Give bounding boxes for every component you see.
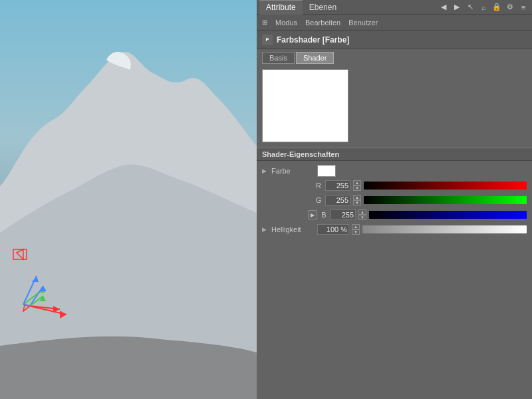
- r-slider[interactable]: [364, 182, 527, 190]
- helligkeit-spinner[interactable]: ▲ ▼: [352, 224, 360, 235]
- color-preview: [262, 69, 348, 142]
- section-header: Shader-Eigenschaften: [257, 148, 532, 161]
- g-up[interactable]: ▲: [353, 195, 361, 200]
- modus-label[interactable]: Modus: [273, 19, 300, 27]
- tab-basis[interactable]: Basis: [262, 52, 295, 64]
- g-down[interactable]: ▼: [353, 200, 361, 205]
- search-icon[interactable]: ⌕: [477, 1, 489, 13]
- helligkeit-triangle[interactable]: ▶: [262, 226, 269, 233]
- panel-icon-small: ⊞: [259, 17, 270, 28]
- b-slider[interactable]: [369, 211, 527, 219]
- h-down[interactable]: ▼: [352, 229, 360, 235]
- g-slider[interactable]: [364, 196, 527, 204]
- benutzer-label[interactable]: Benutzer: [346, 19, 380, 27]
- b-up[interactable]: ▲: [358, 209, 366, 215]
- lock-icon[interactable]: 🔒: [491, 1, 503, 13]
- arrow-left-icon[interactable]: ◀: [438, 1, 450, 13]
- r-down[interactable]: ▼: [353, 186, 361, 191]
- r-spinner[interactable]: ▲ ▼: [353, 180, 361, 191]
- b-spinner[interactable]: ▲ ▼: [358, 209, 366, 220]
- tab-shader[interactable]: Shader: [296, 52, 334, 64]
- preview-area: [257, 64, 532, 148]
- r-label: R: [315, 182, 323, 190]
- farbe-label: Farbe: [271, 167, 315, 175]
- axis-widget: [10, 273, 63, 326]
- arrow-right-icon[interactable]: ▶: [451, 1, 463, 13]
- tab-attribute[interactable]: Attribute: [259, 0, 303, 15]
- toolbar-right-icons: ◀ ▶ ↖ ⌕ 🔒 ⚙ ≡: [438, 1, 529, 13]
- tab-ebenen[interactable]: Ebenen: [303, 0, 343, 15]
- r-channel-row: R ▲ ▼: [257, 178, 532, 193]
- viewport-canvas: [0, 0, 257, 399]
- farbe-triangle[interactable]: ▶: [262, 168, 269, 174]
- h-up[interactable]: ▲: [352, 224, 360, 229]
- settings-icon[interactable]: ⚙: [504, 1, 516, 13]
- farbe-row: ▶ Farbe: [257, 164, 532, 178]
- g-input[interactable]: [325, 195, 350, 205]
- panel-header: F Farbshader [Farbe]: [257, 31, 532, 49]
- sub-tabs: Basis Shader: [257, 49, 532, 64]
- toolbar: ⊞ Modus Bearbeiten Benutzer: [257, 15, 532, 31]
- panel-title: Farbshader [Farbe]: [277, 35, 349, 45]
- helligkeit-row: ▶ Helligkeit ▲ ▼: [257, 222, 532, 237]
- helligkeit-slider[interactable]: [362, 225, 527, 233]
- b-label: B: [320, 211, 328, 219]
- g-spinner[interactable]: ▲ ▼: [353, 195, 361, 205]
- g-label: G: [315, 196, 323, 204]
- r-input[interactable]: [325, 180, 350, 191]
- svg-marker-3: [53, 306, 60, 313]
- viewport[interactable]: [0, 0, 257, 399]
- b-input[interactable]: [331, 209, 356, 220]
- helligkeit-label: Helligkeit: [271, 225, 315, 233]
- g-channel-row: G ▲ ▼: [257, 193, 532, 207]
- right-panel: Attribute Ebenen ◀ ▶ ↖ ⌕ 🔒 ⚙ ≡ ⊞ Modus B…: [257, 0, 532, 399]
- properties: ▶ Farbe R ▲ ▼ G ▲ ▼: [257, 161, 532, 239]
- menu-icon[interactable]: ≡: [517, 1, 529, 13]
- top-tabs: Attribute Ebenen ◀ ▶ ↖ ⌕ 🔒 ⚙ ≡: [257, 0, 532, 15]
- color-swatch[interactable]: [317, 165, 336, 177]
- b-down[interactable]: ▼: [358, 215, 366, 220]
- svg-line-8: [25, 305, 30, 306]
- r-up[interactable]: ▲: [353, 180, 361, 186]
- cursor-icon[interactable]: ↖: [464, 1, 476, 13]
- bearbeiten-label[interactable]: Bearbeiten: [303, 19, 343, 27]
- svg-line-0: [30, 286, 43, 306]
- farbshader-icon: F: [262, 35, 273, 45]
- helligkeit-input[interactable]: [317, 224, 349, 235]
- b-channel-row: ▶ B ▲ ▼: [257, 207, 532, 222]
- play-button[interactable]: ▶: [308, 210, 317, 219]
